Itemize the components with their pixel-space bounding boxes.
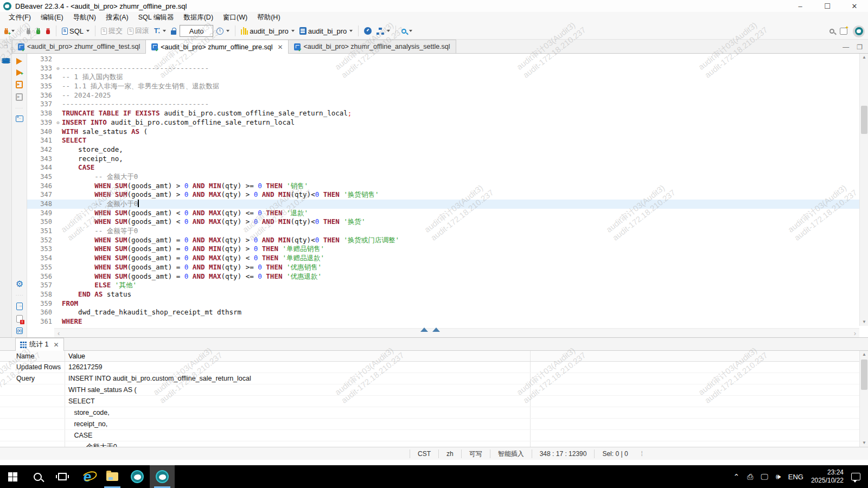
schema-selector[interactable]: audit_bi_pro (298, 26, 355, 36)
scroll-down-icon[interactable]: ▼ (860, 439, 868, 447)
sql-editor-button[interactable]: SQL (60, 26, 91, 36)
commit-button[interactable]: 提交 (99, 25, 124, 37)
menu-item[interactable]: SQL 编辑器 (134, 12, 178, 23)
dbeaver-perspective-button[interactable] (853, 25, 865, 37)
chevron-down-icon[interactable] (86, 30, 90, 32)
code-line[interactable]: 352 WHEN SUM(goods_amt) = 0 AND MAX(qty)… (27, 236, 859, 245)
chevron-down-icon[interactable] (11, 30, 15, 32)
new-object-icon[interactable] (840, 28, 847, 35)
status-overflow-icon[interactable]: ⁞ (641, 450, 643, 458)
code-line[interactable]: 336-- 2024-2025 (27, 91, 859, 100)
database-selector[interactable]: audit_bi_pro (239, 26, 296, 36)
output-console-button[interactable] (16, 115, 23, 122)
fold-marker-icon[interactable]: ⊖ (54, 64, 62, 73)
scroll-right-icon[interactable]: › (854, 329, 856, 337)
menu-item[interactable]: 窗口(W) (219, 12, 252, 23)
code-line[interactable]: 345 -- 金额大于0 (27, 172, 859, 182)
sql-editor[interactable]: 332333⊖---------------------------------… (27, 54, 868, 337)
close-icon[interactable]: ✕ (277, 43, 283, 51)
menu-item[interactable]: 搜索(A) (101, 12, 133, 23)
code-line[interactable]: 350 WHEN SUM(goods_amt) < 0 AND MAX(qty)… (27, 217, 859, 227)
execution-plan-button[interactable] (375, 27, 392, 36)
minimize-panel-icon[interactable]: — (843, 43, 849, 51)
table-row[interactable]: SELECT (0, 396, 859, 407)
table-row[interactable]: store_code, (0, 407, 859, 419)
code-line[interactable]: 359FROM (27, 299, 859, 309)
chevron-down-icon[interactable] (226, 30, 229, 32)
code-line[interactable]: 358 END AS status (27, 290, 859, 299)
close-icon[interactable]: ✕ (53, 341, 59, 349)
menu-item[interactable]: 导航(N) (69, 12, 100, 23)
transaction-lock-button[interactable] (169, 27, 178, 36)
clock[interactable]: 23:24 2025/10/22 (811, 468, 844, 485)
code-line[interactable]: 335-- 1.1 插入非海一家、非男生女生销售、退款数据 (27, 82, 859, 91)
code-line[interactable]: 351 -- 金额等于0 (27, 227, 859, 236)
code-line[interactable]: 334-- 1 插入国内数据 (27, 73, 859, 82)
minimized-view-rail[interactable]: ····❐ (0, 40, 12, 54)
code-line[interactable]: 348 -- 金额小于0 (27, 200, 859, 209)
variables-button[interactable]: (x) (16, 328, 23, 334)
minimize-button[interactable]: – (794, 2, 806, 10)
notification-center-icon[interactable] (851, 473, 860, 480)
menu-item[interactable]: 帮助(H) (253, 12, 284, 23)
usb-icon[interactable]: ⎙ (747, 472, 753, 481)
code-line[interactable]: 338TRUNCATE TABLE IF EXISTS audit_bi_pro… (27, 109, 859, 118)
table-row[interactable]: Updated Rows126217259 (0, 362, 859, 373)
scrollbar-thumb[interactable] (861, 106, 867, 134)
code-line[interactable]: 355 WHEN SUM(goods_amt) = 0 AND MIN(qty)… (27, 263, 859, 272)
database-navigator-icon[interactable] (2, 58, 10, 66)
explain-plan-button[interactable] (16, 93, 23, 101)
code-line[interactable]: 356 WHEN SUM(goods_amt) = 0 AND MAX(qty)… (27, 272, 859, 281)
dbeaver-taskbar-button[interactable] (125, 465, 150, 488)
code-line[interactable]: 349 WHEN SUM(goods_amt) < 0 AND MAX(qty)… (27, 209, 859, 218)
scroll-down-icon[interactable]: ▼ (860, 318, 868, 326)
column-header-name[interactable]: Name (0, 351, 65, 361)
menu-item[interactable]: 文件(F) (4, 12, 35, 23)
code-line[interactable]: 340WITH sale_status AS ( (27, 127, 859, 137)
network-icon[interactable]: 🖵 (761, 472, 768, 481)
code-line[interactable]: 347 WHEN SUM(goods_amt) > 0 AND MAX(qty)… (27, 190, 859, 200)
maximize-panel-icon[interactable]: ❐ (857, 43, 863, 51)
code-line[interactable]: 344 CASE (27, 163, 859, 172)
menu-item[interactable]: 数据库(D) (179, 12, 218, 23)
execute-script-button[interactable] (16, 81, 23, 88)
scroll-up-icon[interactable]: ▲ (860, 54, 868, 61)
code-line[interactable]: 357 ELSE '其他' (27, 281, 859, 290)
dbeaver-taskbar-button-active[interactable] (150, 465, 175, 488)
close-button[interactable]: ✕ (848, 2, 860, 10)
code-line[interactable]: 341SELECT (27, 136, 859, 145)
start-button[interactable] (0, 465, 25, 488)
code-line[interactable]: 361WHERE (27, 317, 859, 326)
menu-item[interactable]: 编辑(E) (36, 12, 68, 23)
editor-vertical-scrollbar[interactable]: ▲ ▼ (859, 54, 868, 326)
table-row[interactable]: CASE (0, 430, 859, 441)
scroll-up-icon[interactable]: ▲ (860, 351, 868, 358)
chevron-down-icon[interactable] (291, 30, 295, 32)
quick-search-icon[interactable] (829, 29, 834, 34)
code-line[interactable]: 360 dwd_trade_hkaudit_shop_receipt_mt dt… (27, 308, 859, 317)
commit-mode-select[interactable]: Auto (180, 25, 213, 37)
editor-tab[interactable]: <audit_bi_pro> zhumr_offline_pre.sql✕ (145, 40, 289, 54)
table-row[interactable]: WITH sale_status AS ( (0, 384, 859, 396)
disconnect-button[interactable] (24, 27, 33, 35)
file-explorer-button[interactable] (100, 465, 125, 488)
editor-tab[interactable]: <audit_bi_pro> zhumr_offline_analysis_se… (288, 40, 456, 53)
sash-maximize-arrows[interactable] (420, 328, 440, 332)
language-indicator[interactable]: ENG (788, 473, 803, 481)
invalidate-button[interactable] (44, 27, 52, 35)
chevron-down-icon[interactable] (409, 30, 412, 32)
reconnect-button[interactable] (34, 27, 42, 35)
chevron-down-icon[interactable] (163, 30, 166, 32)
execute-new-tab-button[interactable]: + (16, 69, 22, 76)
execute-statement-button[interactable] (16, 58, 22, 65)
code-line[interactable]: 346 WHEN SUM(goods_amt) > 0 AND MIN(qty)… (27, 182, 859, 191)
code-line[interactable]: 333⊖------------------------------------ (27, 64, 859, 73)
table-row[interactable]: receipt_no, (0, 419, 859, 430)
maximize-button[interactable]: ☐ (821, 2, 833, 10)
taskbar-search-button[interactable] (25, 465, 50, 488)
volume-icon[interactable]: 🕪 (776, 472, 781, 481)
chevron-down-icon[interactable] (387, 30, 390, 32)
results-vertical-scrollbar[interactable]: ▲ ▼ (859, 351, 868, 447)
chevron-down-icon[interactable] (349, 30, 353, 32)
table-row[interactable]: QueryINSERT INTO audit_bi_pro.custom_off… (0, 373, 859, 384)
